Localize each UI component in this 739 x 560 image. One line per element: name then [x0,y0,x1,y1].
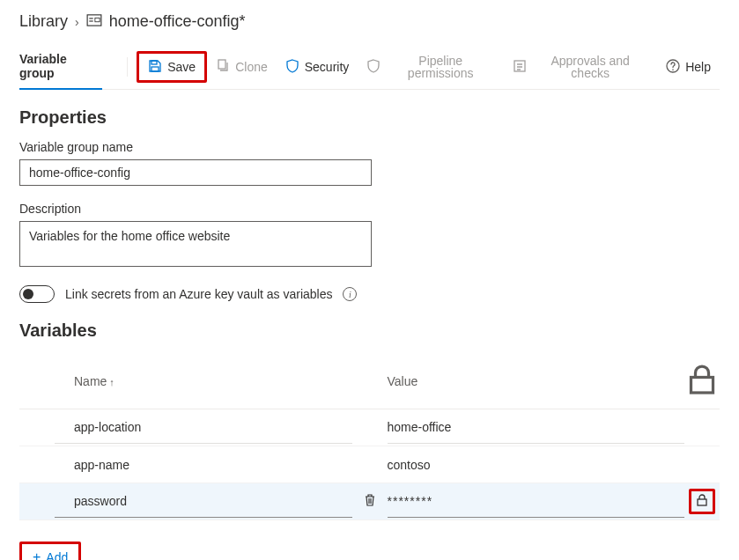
toolbar-divider [127,57,128,77]
variable-name[interactable]: app-location [55,411,352,444]
shield-icon [285,59,299,75]
svg-rect-5 [151,67,159,71]
clone-icon [216,59,230,75]
svg-rect-2 [89,20,92,21]
variable-name[interactable]: password [55,485,352,518]
variables-table: Name↑ Value app-location home-office app… [19,353,720,520]
svg-rect-6 [218,60,225,69]
toolbar: Variable group Save Clone Security Pipel… [19,40,720,90]
properties-heading: Properties [19,107,720,128]
variable-value[interactable]: ******** [388,485,685,518]
description-label: Description [19,202,720,216]
trash-icon [363,493,377,510]
sort-ascending-icon: ↑ [109,377,115,387]
secret-toggle-button[interactable] [684,489,720,514]
help-button[interactable]: Help [657,54,720,80]
svg-rect-9 [691,378,713,394]
help-icon [666,59,680,75]
column-name[interactable]: Name↑ [55,374,352,388]
name-input[interactable] [19,159,372,186]
svg-rect-3 [95,18,100,21]
breadcrumb-root[interactable]: Library [19,12,68,31]
name-label: Variable group name [19,140,720,154]
delete-variable-button[interactable] [352,493,388,510]
variable-group-icon [86,12,102,31]
svg-rect-4 [151,61,157,64]
column-value[interactable]: Value [388,374,685,388]
variable-row[interactable]: app-location home-office [19,409,720,446]
checklist-icon [513,59,527,75]
add-variable-button[interactable]: + Add [22,544,78,560]
variable-value[interactable]: home-office [388,411,685,444]
security-button[interactable]: Security [277,54,358,80]
tab-variable-group[interactable]: Variable group [19,45,102,89]
approvals-button: Approvals and checks [504,49,657,85]
variable-name[interactable]: app-name [55,449,352,481]
column-secret [684,362,720,400]
plus-icon: + [33,549,41,560]
toggle-knob [23,289,33,299]
breadcrumb: Library › home-office-config* [19,9,720,40]
svg-rect-0 [87,15,101,26]
link-secrets-toggle[interactable] [19,285,55,303]
info-icon[interactable]: i [343,287,357,301]
clone-button: Clone [207,54,277,80]
svg-rect-1 [89,18,92,18]
variables-heading: Variables [19,321,720,341]
lock-icon [684,386,720,400]
variable-value[interactable]: contoso [388,449,685,481]
pipeline-permissions-button: Pipeline permissions [358,49,504,85]
shield-icon [366,59,381,75]
variables-header-row: Name↑ Value [19,353,720,409]
lock-icon [695,493,709,510]
description-input[interactable] [19,221,372,267]
chevron-right-icon: › [75,15,79,29]
save-icon [148,59,162,75]
save-button[interactable]: Save [139,54,204,80]
variable-row[interactable]: app-name contoso [19,446,720,483]
breadcrumb-current: home-office-config* [109,12,246,31]
variable-row[interactable]: password ******** [19,483,720,520]
link-secrets-label: Link secrets from an Azure key vault as … [65,287,332,301]
svg-rect-10 [698,499,706,505]
